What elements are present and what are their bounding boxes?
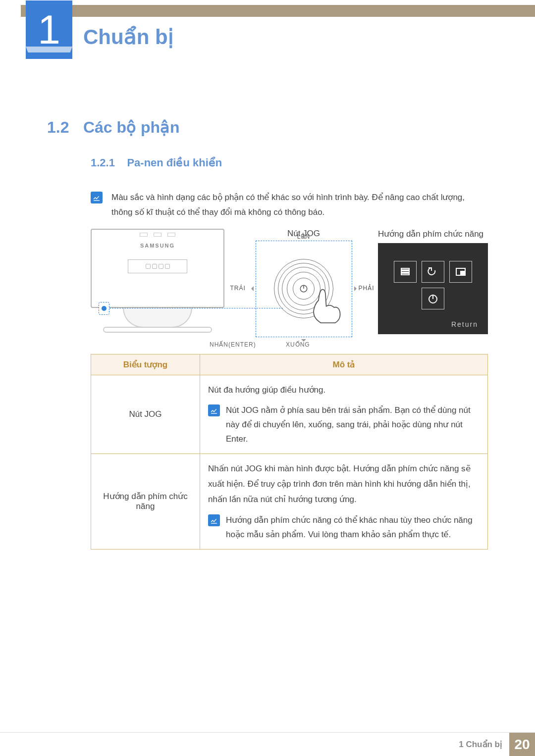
subsection-heading: 1.2.1 Pa-nen điều khiển <box>47 156 488 169</box>
row-note-text: Hướng dẫn phím chức năng có thể khác nha… <box>226 513 480 542</box>
row-icon-label: Nút JOG <box>91 375 200 454</box>
chapter-title: Chuẩn bị <box>83 25 174 49</box>
direction-down-label: XUỐNG <box>286 341 310 348</box>
svg-rect-2 <box>401 268 409 270</box>
note-icon <box>91 192 103 203</box>
function-guide-label: Hướng dẫn phím chức năng <box>378 229 488 239</box>
svg-rect-4 <box>401 273 409 275</box>
footer-chapter-label: 1 Chuẩn bị <box>459 739 502 750</box>
subsection-number: 1.2.1 <box>91 156 115 169</box>
diagram-area: SAMSUNG Nút JOG LÊN TRÁI PHẢI <box>47 229 488 339</box>
description-table: Biểu tượng Mô tả Nút JOG Nút đa hướng gi… <box>91 354 488 550</box>
section-number: 1.2 <box>47 118 69 136</box>
chapter-header: 1 Chuẩn bị <box>0 0 535 58</box>
guide-menu-icon <box>394 261 417 283</box>
function-key-guide-panel: Return <box>378 243 488 334</box>
guide-return-label: Return <box>451 320 478 328</box>
press-enter-label: NHẤN(ENTER) <box>210 341 256 348</box>
row-desc-main: Nhấn nút JOG khi màn hình được bật. Hướn… <box>208 461 480 507</box>
intro-note: Màu sắc và hình dạng các bộ phận có thể … <box>47 190 488 220</box>
monitor-rear-diagram: SAMSUNG <box>91 229 224 333</box>
table-head-desc: Mô tả <box>200 354 488 375</box>
chapter-number: 1 <box>26 0 72 59</box>
note-icon <box>208 514 220 526</box>
monitor-brand-label: SAMSUNG <box>92 243 223 249</box>
jog-dial-icon <box>274 259 333 318</box>
direction-left-label: TRÁI <box>230 285 246 292</box>
jog-direction-diagram: LÊN TRÁI PHẢI <box>256 241 352 337</box>
note-icon <box>208 404 220 416</box>
svg-rect-6 <box>461 271 464 274</box>
direction-right-label: PHẢI <box>358 285 374 292</box>
section-title: Các bộ phận <box>83 118 180 136</box>
guide-return-icon <box>422 261 444 283</box>
jog-location-marker <box>99 302 109 315</box>
row-note-text: Nút JOG nằm ở phía sau bên trái sản phẩm… <box>226 403 480 447</box>
svg-rect-3 <box>401 271 409 272</box>
hand-icon <box>307 282 342 324</box>
guide-power-icon <box>422 288 444 309</box>
table-row: Nút JOG Nút đa hướng giúp điều hướng. Nú… <box>91 375 488 454</box>
table-row: Hướng dẫn phím chức năng Nhấn nút JOG kh… <box>91 454 488 549</box>
row-icon-label: Hướng dẫn phím chức năng <box>91 454 200 549</box>
page-footer: 1 Chuẩn bị 20 <box>0 732 535 756</box>
footer-page-number: 20 <box>509 733 535 756</box>
guide-pip-icon <box>449 261 472 283</box>
subsection-title: Pa-nen điều khiển <box>127 156 222 169</box>
section-heading: 1.2 Các bộ phận <box>47 118 488 137</box>
row-desc-main: Nút đa hướng giúp điều hướng. <box>208 382 480 398</box>
table-head-icon: Biểu tượng <box>91 354 200 375</box>
intro-note-text: Màu sắc và hình dạng các bộ phận có thể … <box>111 190 488 220</box>
